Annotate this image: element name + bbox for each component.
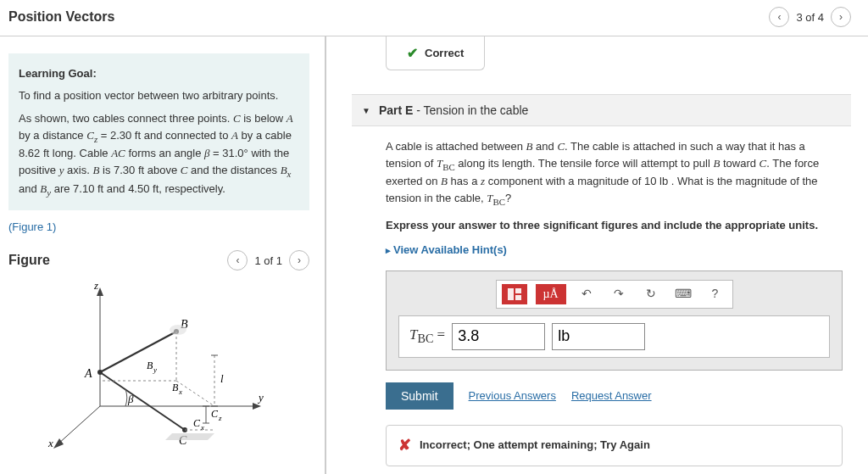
svg-text:z: z bbox=[93, 279, 98, 292]
svg-text:C: C bbox=[211, 408, 219, 420]
svg-marker-4 bbox=[253, 403, 261, 410]
next-page-button[interactable]: › bbox=[831, 7, 851, 27]
svg-text:C: C bbox=[193, 417, 201, 429]
templates-icon[interactable] bbox=[502, 284, 527, 304]
keyboard-icon[interactable]: ⌨ bbox=[671, 284, 695, 304]
figure-heading: Figure bbox=[8, 253, 50, 268]
svg-text:β: β bbox=[127, 393, 134, 405]
svg-rect-38 bbox=[508, 288, 514, 300]
units-icon[interactable]: µÅ bbox=[536, 284, 566, 304]
part-dash: - bbox=[416, 103, 423, 117]
learning-goal-box: Learning Goal: To find a position vector… bbox=[8, 53, 309, 210]
svg-rect-39 bbox=[515, 288, 521, 293]
answer-unit-input[interactable] bbox=[552, 323, 645, 350]
svg-text:y: y bbox=[257, 391, 264, 404]
page-indicator: 3 of 4 bbox=[796, 11, 824, 24]
svg-text:x: x bbox=[47, 437, 53, 449]
svg-text:x: x bbox=[200, 423, 204, 432]
undo-icon[interactable]: ↶ bbox=[575, 284, 598, 304]
incorrect-icon: ✘ bbox=[398, 434, 411, 457]
learning-goal-heading: Learning Goal: bbox=[19, 65, 299, 82]
part-label: Part E bbox=[379, 103, 413, 117]
figure-diagram: z y x A B C bbox=[8, 270, 309, 449]
svg-line-6 bbox=[58, 406, 100, 444]
answer-value-input[interactable] bbox=[452, 323, 545, 350]
redo-icon[interactable]: ↷ bbox=[607, 284, 631, 304]
page-nav: ‹ 3 of 4 › bbox=[769, 7, 851, 27]
figure-prev-button[interactable]: ‹ bbox=[227, 250, 248, 270]
correct-indicator: ✔ Correct bbox=[386, 36, 485, 70]
part-title: Tension in the cable bbox=[424, 103, 529, 117]
svg-text:B: B bbox=[172, 382, 179, 393]
feedback-text: Incorrect; One attempt remaining; Try Ag… bbox=[420, 437, 650, 454]
figure-next-button[interactable]: › bbox=[289, 250, 309, 270]
figure-page-indicator: 1 of 1 bbox=[254, 254, 282, 267]
svg-text:A: A bbox=[84, 367, 92, 380]
answer-toolbar: µÅ ↶ ↷ ↻ ⌨ ? bbox=[496, 280, 733, 309]
svg-point-37 bbox=[170, 325, 186, 335]
svg-text:B: B bbox=[147, 360, 153, 371]
submit-button[interactable]: Submit bbox=[386, 382, 453, 410]
request-answer-link[interactable]: Request Answer bbox=[571, 388, 652, 404]
svg-line-13 bbox=[100, 332, 176, 372]
figure-link[interactable]: (Figure 1) bbox=[8, 220, 309, 233]
feedback-box: ✘ Incorrect; One attempt remaining; Try … bbox=[386, 425, 843, 466]
page-title: Position Vectors bbox=[8, 9, 114, 25]
learning-goal-body: As shown, two cables connect three point… bbox=[19, 110, 299, 198]
previous-answers-link[interactable]: Previous Answers bbox=[469, 388, 556, 404]
reset-icon[interactable]: ↻ bbox=[639, 284, 663, 304]
learning-goal-intro: To find a position vector between two ar… bbox=[19, 87, 299, 104]
answer-lhs: TBC = bbox=[409, 324, 445, 349]
svg-text:z: z bbox=[218, 414, 222, 422]
question-prompt: A cable is attached between B and C. The… bbox=[386, 138, 843, 209]
prev-page-button[interactable]: ‹ bbox=[769, 7, 789, 27]
collapse-icon: ▼ bbox=[362, 106, 370, 115]
answer-box: µÅ ↶ ↷ ↻ ⌨ ? TBC = bbox=[386, 270, 843, 371]
help-icon[interactable]: ? bbox=[704, 284, 727, 304]
svg-text:y: y bbox=[153, 365, 157, 374]
part-header[interactable]: ▼ Part E - Tension in the cable bbox=[352, 94, 851, 126]
check-icon: ✔ bbox=[407, 45, 418, 61]
svg-rect-40 bbox=[515, 295, 521, 300]
correct-label: Correct bbox=[425, 47, 464, 59]
answer-instruction: Express your answer to three significant… bbox=[386, 217, 843, 234]
view-hints-link[interactable]: View Available Hint(s) bbox=[386, 242, 507, 259]
svg-text:x: x bbox=[178, 388, 182, 396]
svg-text:l: l bbox=[220, 372, 224, 385]
answer-input-row: TBC = bbox=[398, 315, 830, 358]
